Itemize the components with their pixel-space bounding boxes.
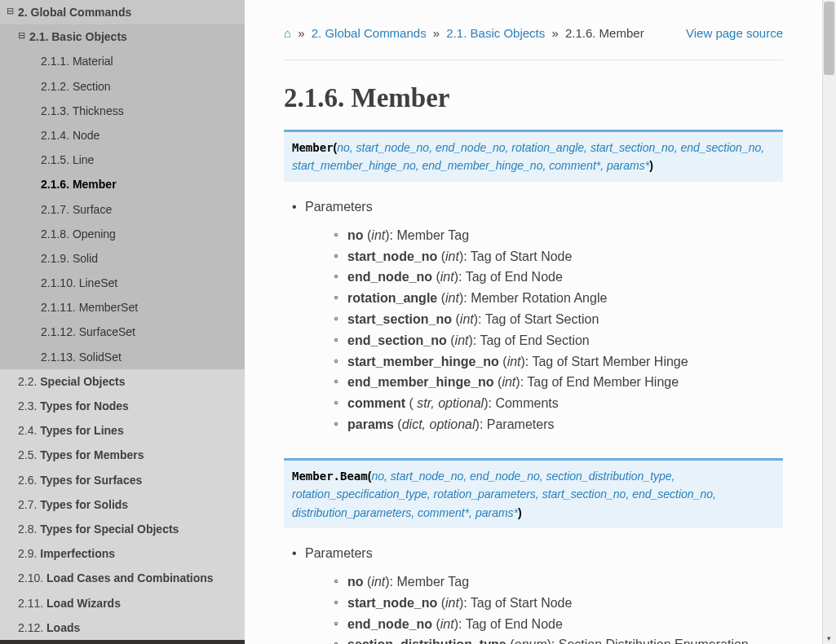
nav-item[interactable]: 2.1.12. SurfaceSet — [0, 320, 245, 344]
nav-item[interactable]: 2.2. Special Objects — [0, 369, 245, 394]
nav-item[interactable]: 2.7. Types for Solids — [0, 492, 245, 517]
signature-member-beam: Member.Beam(no, start_node_no, end_node_… — [284, 458, 783, 528]
sidebar-nav: ⊟2. Global Commands⊟2.1. Basic Objects2.… — [0, 0, 245, 644]
param-item: start_node_no (int): Tag of Start Node — [347, 593, 783, 614]
nav-item[interactable]: 2.1.1. Material — [0, 49, 245, 73]
param-item: section_distribution_type (enum): Sectio… — [347, 635, 783, 644]
nav-item[interactable]: 2.1.13. SolidSet — [0, 345, 245, 369]
view-source-link[interactable]: View page source — [686, 26, 783, 40]
collapse-icon[interactable]: ⊟ — [5, 5, 15, 16]
nav-item[interactable]: 2.3. Types for Nodes — [0, 394, 245, 418]
nav-item[interactable]: 2.1.10. LineSet — [0, 271, 245, 295]
breadcrumb-link[interactable]: 2. Global Commands — [312, 26, 427, 40]
nav-item[interactable]: 2.1.4. Node — [0, 123, 245, 148]
nav-item[interactable]: 2.4. Types for Lines — [0, 418, 245, 443]
nav-item[interactable]: 2.12. Loads — [0, 615, 245, 640]
parameters-block-1: Parameters no (int): Member Tagstart_nod… — [284, 200, 783, 435]
nav-item[interactable]: 2.1.7. Surface — [0, 197, 245, 222]
signature-member: Member(no, start_node_no, end_node_no, r… — [284, 130, 783, 182]
param-item: end_member_hinge_no (int): Tag of End Me… — [347, 373, 783, 393]
parameters-heading: Parameters — [305, 200, 783, 214]
scroll-down-arrow[interactable]: ▾ — [825, 633, 834, 642]
nav-item[interactable]: 2.1.6. Member — [0, 172, 245, 196]
param-item: start_node_no (int): Tag of Start Node — [347, 247, 783, 267]
nav-item[interactable]: 2.1.2. Section — [0, 74, 245, 99]
param-item: end_node_no (int): Tag of End Node — [347, 615, 783, 635]
home-icon[interactable]: ⌂ — [284, 26, 291, 40]
nav-item[interactable]: 2.6. Types for Surfaces — [0, 468, 245, 492]
param-item: params (dict, optional): Parameters — [347, 415, 783, 435]
nav-basic-objects[interactable]: ⊟2.1. Basic Objects — [0, 24, 245, 49]
collapse-icon[interactable]: ⊟ — [16, 29, 26, 41]
parameters-heading: Parameters — [305, 546, 783, 561]
nav-item[interactable]: 2.1.11. MemberSet — [0, 295, 245, 320]
breadcrumb-current: 2.1.6. Member — [565, 26, 644, 40]
param-item: start_member_hinge_no (int): Tag of Star… — [347, 352, 783, 373]
parameters-block-2: Parameters no (int): Member Tagstart_nod… — [284, 546, 783, 644]
nav-item[interactable]: 2.8. Types for Special Objects — [0, 517, 245, 541]
param-item: start_section_no (int): Tag of Start Sec… — [347, 310, 783, 330]
nav-item[interactable]: 2.5. Types for Members — [0, 443, 245, 467]
scrollbar-track[interactable]: ▾ — [822, 0, 836, 644]
nav-item[interactable]: 2.9. Imperfections — [0, 541, 245, 566]
param-item: no (int): Member Tag — [347, 572, 783, 593]
nav-item[interactable]: 2.10. Load Cases and Combinations — [0, 566, 245, 590]
nav-global-commands[interactable]: ⊟2. Global Commands — [0, 0, 245, 24]
scrollbar-thumb[interactable] — [824, 2, 834, 75]
main-content: ⌂ » 2. Global Commands » 2.1. Basic Obje… — [245, 0, 822, 644]
nav-item[interactable]: 2.1.8. Opening — [0, 222, 245, 246]
breadcrumb-link[interactable]: 2.1. Basic Objects — [446, 26, 545, 40]
param-item: no (int): Member Tag — [347, 226, 783, 246]
nav-item[interactable]: 2.11. Load Wizards — [0, 591, 245, 615]
param-item: end_section_no (int): Tag of End Section — [347, 331, 783, 351]
nav-item[interactable]: 2.1.5. Line — [0, 148, 245, 172]
nav-item[interactable]: 2.1.3. Thickness — [0, 99, 245, 123]
page-title: 2.1.6. Member — [284, 83, 783, 113]
param-item: comment ( str, optional): Comments — [347, 394, 783, 414]
breadcrumb: ⌂ » 2. Global Commands » 2.1. Basic Obje… — [284, 20, 783, 60]
param-item: rotation_angle (int): Member Rotation An… — [347, 289, 783, 309]
nav-item[interactable]: 2.1.9. Solid — [0, 246, 245, 271]
param-item: end_node_no (int): Tag of End Node — [347, 267, 783, 288]
